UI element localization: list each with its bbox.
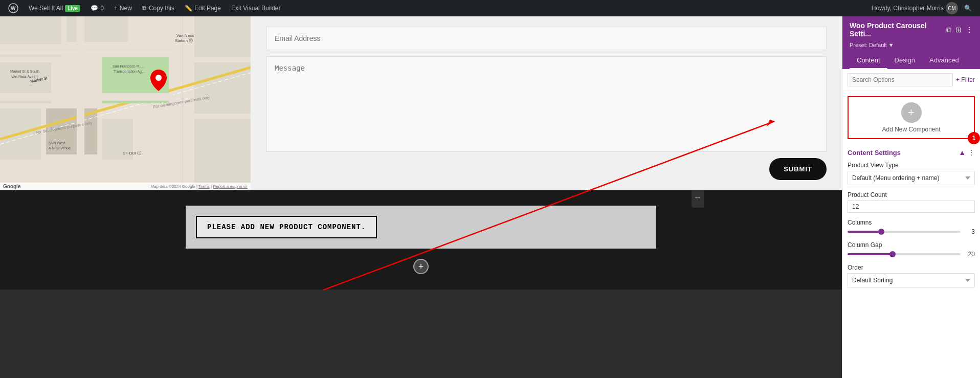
columns-label: Columns: [848, 219, 975, 226]
product-count-input[interactable]: [852, 203, 970, 210]
collapse-icon: ▲ ⋮: [959, 148, 975, 157]
exit-label: Exit Visual Builder: [231, 5, 281, 12]
product-placeholder-wrapper: PLEASE ADD NEW PRODUCT COMPONENT.: [186, 206, 656, 249]
minimize-icon[interactable]: ⧉: [946, 26, 951, 34]
section-header[interactable]: Content Settings ▲ ⋮: [848, 148, 975, 157]
svg-text:Market St & South: Market St & South: [10, 70, 39, 73]
map-footer: Google Map data ©2024 Google | Terms | R…: [0, 183, 251, 190]
google-logo: Google: [3, 184, 20, 189]
panel-tabs: Content Design Advanced: [850, 52, 973, 69]
plus-icon: +: [908, 106, 915, 119]
message-field[interactable]: [266, 56, 827, 152]
add-section-button[interactable]: +: [413, 259, 429, 274]
svg-text:Van Ness Ave ⓘ: Van Ness Ave ⓘ: [11, 75, 38, 78]
product-count-input-row: [848, 201, 975, 213]
svg-rect-11: [194, 119, 251, 185]
comment-count-item[interactable]: 💬 0: [86, 0, 108, 16]
add-component-label: Add New Component: [882, 126, 940, 133]
columns-row: Columns 3: [848, 219, 975, 235]
svg-text:Station ⓜ: Station ⓜ: [175, 38, 193, 43]
copy-icon: ⧉: [142, 5, 147, 12]
column-gap-label: Column Gap: [848, 241, 975, 249]
grid-icon[interactable]: ⊞: [955, 26, 962, 34]
columns-slider-row: 3: [848, 228, 975, 235]
panel-title-row: Woo Product Carousel Setti... ⧉ ⊞ ⋮: [850, 21, 973, 38]
tab-content[interactable]: Content: [850, 52, 887, 69]
order-row: Order Default Sorting: [848, 264, 975, 287]
more-icon[interactable]: ⋮: [966, 26, 973, 34]
column-gap-slider[interactable]: [848, 253, 961, 255]
svg-text:San Francisco Mu...: San Francisco Mu...: [113, 64, 144, 68]
svg-text:SVN West: SVN West: [49, 141, 65, 145]
svg-text:Transportation Ag...: Transportation Ag...: [114, 70, 145, 74]
settings-section: Content Settings ▲ ⋮ Product View Type D…: [842, 144, 980, 298]
admin-bar: W We Sell It All Live 💬 0 + New ⧉ Copy t…: [0, 0, 980, 16]
dark-section: PLEASE ADD NEW PRODUCT COMPONENT. +: [0, 190, 842, 290]
panel-search-row: + Filter: [842, 69, 980, 91]
exit-builder-item[interactable]: Exit Visual Builder: [227, 0, 285, 16]
order-label: Order: [848, 264, 975, 271]
wp-logo-item[interactable]: W: [4, 0, 23, 16]
new-label: New: [120, 5, 132, 12]
svg-text:SF DBI ⓘ: SF DBI ⓘ: [123, 151, 141, 155]
product-view-type-select[interactable]: Default (Menu ordering + name): [848, 171, 975, 185]
site-name: We Sell It All: [29, 5, 63, 12]
user-avatar[interactable]: CM: [946, 2, 958, 14]
product-count-label: Product Count: [848, 191, 975, 198]
svg-rect-9: [194, 16, 251, 57]
column-gap-slider-row: 20: [848, 251, 975, 258]
svg-point-33: [155, 75, 162, 81]
site-name-item[interactable]: We Sell It All Live: [25, 0, 84, 16]
comment-icon: 💬: [91, 5, 98, 12]
column-gap-slider-fill: [848, 253, 893, 255]
add-component-circle-icon: +: [901, 102, 922, 123]
canvas-area: For development purposes only For develo…: [0, 16, 842, 378]
contact-section: For development purposes only For develo…: [0, 16, 842, 190]
columns-slider-thumb[interactable]: [878, 229, 884, 235]
new-item[interactable]: + New: [110, 0, 136, 16]
svg-rect-19: [77, 16, 84, 190]
svg-rect-4: [66, 16, 128, 42]
columns-slider-fill: [848, 231, 881, 233]
section-title: Content Settings: [848, 149, 901, 157]
resize-handle[interactable]: ↔: [692, 187, 704, 208]
panel-subtitle[interactable]: Preset: Default ▼: [850, 42, 973, 48]
copy-label: Copy this: [149, 5, 174, 12]
email-field[interactable]: [266, 27, 827, 50]
add-new-component-area[interactable]: + Add New Component 1: [848, 96, 975, 139]
column-gap-value: 20: [965, 251, 975, 258]
search-options-input[interactable]: [848, 73, 953, 86]
submit-button[interactable]: SUBMIT: [769, 158, 827, 180]
svg-text:A NPU Venue: A NPU Venue: [49, 146, 71, 150]
edit-page-item[interactable]: ✏️ Edit Page: [181, 0, 225, 16]
admin-bar-right: Howdy, Christopher Morris CM 🔍: [872, 2, 976, 14]
panel-title-icons: ⧉ ⊞ ⋮: [946, 26, 973, 34]
plus-icon: +: [418, 261, 424, 272]
columns-value: 3: [965, 228, 975, 235]
columns-slider[interactable]: [848, 231, 961, 233]
product-view-type-row: Product View Type Default (Menu ordering…: [848, 162, 975, 185]
tab-advanced[interactable]: Advanced: [922, 52, 966, 69]
pencil-icon: ✏️: [185, 5, 192, 12]
product-placeholder-box: PLEASE ADD NEW PRODUCT COMPONENT.: [196, 216, 377, 238]
placeholder-text: PLEASE ADD NEW PRODUCT COMPONENT.: [207, 223, 366, 231]
panel-header: Woo Product Carousel Setti... ⧉ ⊞ ⋮ Pres…: [842, 16, 980, 69]
comment-count: 0: [100, 5, 104, 12]
svg-text:Van Ness: Van Ness: [176, 33, 194, 38]
svg-rect-20: [0, 93, 174, 101]
search-icon-item[interactable]: 🔍: [960, 5, 976, 12]
edit-label: Edit Page: [194, 5, 221, 12]
column-gap-slider-thumb[interactable]: [889, 251, 896, 257]
step-badge: 1: [968, 132, 980, 144]
main-layout: For development purposes only For develo…: [0, 16, 980, 378]
plus-icon: +: [114, 5, 118, 12]
user-greeting: Howdy, Christopher Morris: [872, 5, 944, 12]
tab-design[interactable]: Design: [887, 52, 922, 69]
copy-item[interactable]: ⧉ Copy this: [138, 0, 179, 16]
filter-button[interactable]: + Filter: [956, 76, 975, 83]
form-container: SUBMIT: [251, 16, 842, 190]
svg-text:W: W: [11, 6, 16, 11]
live-badge: Live: [65, 5, 80, 12]
order-select[interactable]: Default Sorting: [848, 273, 975, 287]
panel-title: Woo Product Carousel Setti...: [850, 21, 946, 38]
